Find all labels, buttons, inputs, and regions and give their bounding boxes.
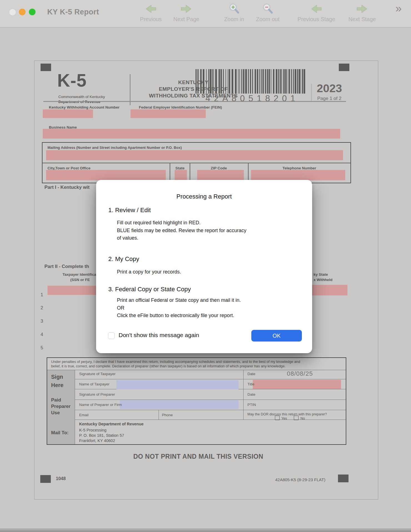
mail-to-line: Frankfort, KY 40602 — [79, 438, 115, 443]
name-taxpayer-label: Name of Taxpayer — [79, 382, 109, 386]
toolbar-overflow-icon[interactable]: » — [395, 2, 402, 14]
toolbar-label: Next Stage — [340, 16, 384, 22]
body-line: of values. — [117, 234, 246, 242]
toolbar-button-next-page[interactable]: Next Page — [170, 3, 203, 22]
section-number: 2. — [108, 255, 113, 262]
sign-here-label: Here — [51, 382, 63, 388]
mail-to-line: Kentucky Department of Revenue — [79, 422, 144, 426]
arrow-left-icon — [134, 3, 167, 16]
part2-row1-tin-field[interactable] — [47, 286, 97, 295]
toolbar-button-previous[interactable]: Previous — [134, 3, 167, 22]
phone-label: Telephone Number — [254, 166, 345, 170]
toolbar-label: Zoom in — [217, 16, 251, 22]
date-value[interactable]: 08/08/25 — [287, 370, 313, 377]
dor-question: May the DOR discuss this return with thi… — [247, 412, 327, 416]
title-field[interactable] — [253, 380, 341, 389]
signature-gutter: Sign Here Paid Preparer Use Mail To: — [47, 370, 75, 444]
window-title: KY K-5 Report — [47, 8, 99, 16]
app-window: KY K-5 Report Previous Next Page Z — [0, 0, 411, 532]
mailing-address-label: Mailing Address (Number and Street inclu… — [47, 145, 182, 150]
date-label: Date — [247, 392, 255, 397]
section-title: My Copy — [115, 255, 139, 262]
fein-field[interactable] — [131, 109, 206, 118]
barcode-value: 42A80518201 — [198, 94, 307, 104]
toolbar-button-previous-stage[interactable]: Previous Stage — [294, 3, 339, 22]
body-line: OR — [117, 304, 241, 312]
city-field[interactable] — [46, 170, 166, 180]
form-code: K-5 — [57, 70, 87, 91]
dialog-section-3-heading: 3. Federal Copy or State Copy — [108, 286, 191, 293]
signature-taxpayer-label: Signature of Taxpayer — [79, 372, 116, 376]
barcode — [196, 69, 307, 94]
ok-button[interactable]: OK — [251, 330, 302, 342]
withholding-account-field[interactable] — [43, 109, 93, 118]
paid-preparer-label: Paid — [51, 397, 61, 403]
dont-show-again-checkbox[interactable] — [108, 332, 115, 339]
magnifier-plus-icon — [217, 3, 251, 16]
dialog-section-2-heading: 2. My Copy — [108, 255, 139, 263]
section-number: 1. — [108, 207, 113, 214]
paid-preparer-label: Use — [51, 410, 60, 416]
arrow-left-icon — [294, 3, 339, 16]
page-indicator: Page 1 of 2 — [314, 96, 345, 101]
fein-label: Federal Employer Identification Number (… — [139, 105, 222, 109]
dialog-section-1-heading: 1. Review / Edit — [108, 207, 151, 214]
name-taxpayer-field[interactable] — [116, 380, 239, 389]
body-line: Fill out required field highlight in RED… — [117, 219, 246, 227]
part2-row-number: 3 — [41, 318, 43, 324]
toolbar-label: Previous Stage — [294, 16, 339, 22]
toolbar-button-zoom-in[interactable]: Zoom in — [217, 3, 251, 22]
registration-mark — [41, 64, 51, 71]
ptin-label: PTIN — [247, 403, 256, 407]
dialog-section-2-body: Print a copy for your records. — [117, 268, 181, 276]
dialog-title: Processing a Report — [96, 193, 312, 200]
dor-no-label: No — [300, 416, 305, 420]
dor-no-checkbox[interactable] — [294, 416, 299, 420]
tax-year: 2023 — [314, 82, 345, 95]
arrow-right-icon — [340, 3, 384, 16]
header-divider — [130, 74, 131, 105]
section-title: Federal Copy or State Copy — [115, 286, 191, 293]
body-line: BLUE fields may be edited. Review the re… — [117, 227, 246, 235]
part2-row-number: 5 — [41, 345, 43, 351]
part2-row-number: 1 — [41, 292, 43, 298]
agency-line: Commonwealth of Kentucky — [58, 95, 105, 99]
part2-tin-column-header: (SSN or FE — [70, 278, 90, 282]
signature-preparer-label: Signature of Preparer — [79, 392, 115, 397]
part2-row-number: 2 — [41, 305, 43, 311]
dialog-section-1-body: Fill out required field highlight in RED… — [117, 219, 246, 242]
body-line: Print a copy for your records. — [117, 268, 181, 276]
close-window-icon[interactable] — [9, 9, 16, 16]
state-field[interactable] — [175, 170, 187, 180]
zoom-window-icon[interactable] — [29, 9, 36, 15]
mail-to-line: P. O. Box 181, Station 57 — [79, 433, 124, 438]
name-preparer-label: Name of Preparer or Firm — [79, 403, 122, 407]
doc-number: 1048 — [56, 476, 66, 481]
paid-preparer-label: Preparer — [51, 404, 71, 409]
part1-heading: Part I - Kentucky wit — [44, 185, 89, 190]
name-preparer-field[interactable] — [120, 400, 239, 409]
toolbar-label: Previous — [134, 16, 167, 22]
mailbox-divider — [42, 163, 350, 163]
zip-field[interactable] — [197, 170, 244, 180]
section-title: Review / Edit — [115, 207, 151, 214]
registration-mark — [40, 475, 51, 483]
dor-yes-checkbox[interactable] — [275, 416, 280, 420]
title-label: Title — [247, 382, 254, 386]
mailing-address-field[interactable] — [46, 150, 343, 160]
header-rule — [43, 101, 346, 102]
toolbar-button-next-stage[interactable]: Next Stage — [340, 3, 384, 22]
dor-yes-label: Yes — [281, 416, 287, 420]
business-name-field[interactable] — [43, 129, 340, 139]
toolbar-button-zoom-out[interactable]: Zoom out — [251, 3, 284, 22]
part2-row-number: 4 — [41, 332, 43, 337]
sign-here-label: Sign — [51, 374, 63, 380]
phone-field[interactable] — [251, 170, 345, 180]
header-divider — [311, 84, 312, 101]
email-label: Email — [79, 413, 89, 417]
minimize-window-icon[interactable] — [19, 9, 26, 15]
city-label: City,Town or Post Office — [47, 166, 91, 170]
do-not-print-warning: DO NOT PRINT AND MAIL THIS VERSION — [34, 453, 362, 460]
window-bottom-edge — [0, 528, 411, 532]
magnifier-minus-icon — [251, 3, 284, 16]
